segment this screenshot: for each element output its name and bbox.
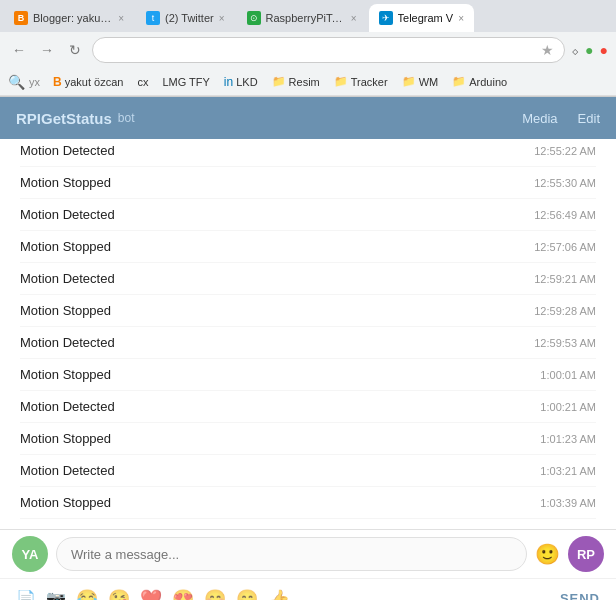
- message-time: 1:00:01 AM: [540, 369, 596, 381]
- bm-blogger-icon: B: [53, 75, 62, 89]
- message-text: Motion Detected: [20, 207, 115, 222]
- bm-icon-google: 🔍: [8, 74, 25, 90]
- message-row: Motion Stopped12:55:30 AM: [20, 167, 596, 199]
- bm-wm[interactable]: 📁 WM: [397, 73, 444, 90]
- message-time: 12:57:06 AM: [534, 241, 596, 253]
- forward-button[interactable]: →: [36, 39, 58, 61]
- emoji-kiss[interactable]: 😘: [108, 588, 130, 601]
- message-row: Motion Detected12:59:21 AM: [20, 263, 596, 295]
- emoji-heart[interactable]: ❤️: [140, 588, 162, 601]
- bm-lmgtfy[interactable]: LMG TFY: [157, 74, 214, 90]
- tab-label-raspberry: RaspberryPiTelegr...: [266, 12, 346, 24]
- bm-wm-icon: 📁: [402, 75, 416, 88]
- back-button[interactable]: ←: [8, 39, 30, 61]
- tab-twitter[interactable]: t (2) Twitter ×: [136, 4, 235, 32]
- message-time: 12:59:28 AM: [534, 305, 596, 317]
- avatar-right: RP: [568, 536, 604, 572]
- bm-arduino[interactable]: 📁 Arduino: [447, 73, 512, 90]
- message-row: Motion Stopped12:57:06 AM: [20, 231, 596, 263]
- message-time: 1:03:21 AM: [540, 465, 596, 477]
- bm-arduino-label: Arduino: [469, 76, 507, 88]
- bm-tracker[interactable]: 📁 Tracker: [329, 73, 393, 90]
- bot-name: RPIGetStatus: [16, 110, 112, 127]
- emoji-laughing[interactable]: 😂: [76, 588, 98, 601]
- bm-lkd-icon: in: [224, 75, 233, 89]
- bot-label: bot: [118, 111, 135, 125]
- message-row: Motion Detected12:56:49 AM: [20, 199, 596, 231]
- file-attach-icon[interactable]: 📄: [16, 589, 36, 600]
- media-button[interactable]: Media: [522, 111, 557, 126]
- message-time: 12:56:49 AM: [534, 209, 596, 221]
- tab-icon-twitter: t: [146, 11, 160, 25]
- tab-close-raspberry[interactable]: ×: [351, 13, 357, 24]
- bm-resim-icon: 📁: [272, 75, 286, 88]
- bm-blogger[interactable]: B yakut özcan: [48, 73, 128, 91]
- message-text: Motion Detected: [20, 271, 115, 286]
- message-input-row: YA 🙂 RP: [0, 530, 616, 578]
- bm-lkd[interactable]: in LKD: [219, 73, 263, 91]
- message-time: 12:59:53 AM: [534, 337, 596, 349]
- bm-resim[interactable]: 📁 Resim: [267, 73, 325, 90]
- message-row: Motion Stopped1:00:01 AM: [20, 359, 596, 391]
- emoji-thumbsup[interactable]: 👍: [268, 588, 290, 601]
- message-text: Motion Stopped: [20, 367, 111, 382]
- message-row: Motion Detected12:59:53 AM: [20, 327, 596, 359]
- message-text: Motion Detected: [20, 463, 115, 478]
- tab-close-blogger[interactable]: ×: [118, 13, 124, 24]
- message-input[interactable]: [56, 537, 527, 571]
- address-bar-row: ← → ↻ ★ ⬦ ● ●: [0, 32, 616, 68]
- camera-icon[interactable]: 📷: [46, 589, 66, 600]
- bm-tracker-icon: 📁: [334, 75, 348, 88]
- bm-cx-label: cx: [137, 76, 148, 88]
- message-row: Motion Detected12:55:22 AM: [20, 139, 596, 167]
- bm-blogger-label: yakut özcan: [65, 76, 124, 88]
- message-row: Motion Detected1:00:21 AM: [20, 391, 596, 423]
- bm-resim-label: Resim: [289, 76, 320, 88]
- avatar-left: YA: [12, 536, 48, 572]
- edit-button[interactable]: Edit: [578, 111, 600, 126]
- message-row: Motion Stopped12:59:28 AM: [20, 295, 596, 327]
- bm-lkd-label: LKD: [236, 76, 257, 88]
- address-input[interactable]: ★: [92, 37, 565, 63]
- bm-wm-label: WM: [419, 76, 439, 88]
- avatar-left-initials: YA: [22, 547, 39, 562]
- tab-raspberry[interactable]: ⊙ RaspberryPiTelegr... ×: [237, 4, 367, 32]
- message-text: Motion Stopped: [20, 175, 111, 190]
- bm-cx[interactable]: cx: [132, 74, 153, 90]
- tab-label-telegram: Telegram V: [398, 12, 454, 24]
- profile-icon[interactable]: ●: [585, 42, 593, 58]
- send-button[interactable]: SEND: [560, 591, 600, 600]
- extensions-icon[interactable]: ⬦: [571, 42, 579, 58]
- telegram-header: RPIGetStatus bot Media Edit: [0, 97, 616, 139]
- browser-chrome: B Blogger: yakut özc... × t (2) Twitter …: [0, 0, 616, 97]
- message-time: 12:59:21 AM: [534, 273, 596, 285]
- message-text: Motion Stopped: [20, 431, 111, 446]
- message-text: Motion Stopped: [20, 239, 111, 254]
- notifications-icon[interactable]: ●: [600, 42, 608, 58]
- message-time: 1:01:23 AM: [540, 433, 596, 445]
- tab-close-twitter[interactable]: ×: [219, 13, 225, 24]
- tab-telegram[interactable]: ✈ Telegram V ×: [369, 4, 474, 32]
- input-area: YA 🙂 RP 📄 📷 😂 😘 ❤️ 😍 😊 😁 👍 SEND: [0, 529, 616, 600]
- emoji-heart-eyes[interactable]: 😍: [172, 588, 194, 601]
- star-icon[interactable]: ★: [541, 42, 554, 58]
- avatar-right-initials: RP: [577, 547, 595, 562]
- message-time: 12:55:30 AM: [534, 177, 596, 189]
- emoji-grin[interactable]: 😁: [236, 588, 258, 601]
- message-time: 1:00:21 AM: [540, 401, 596, 413]
- message-text: Motion Detected: [20, 399, 115, 414]
- bm-tracker-label: Tracker: [351, 76, 388, 88]
- telegram-app: RPIGetStatus bot Media Edit Motion Stopp…: [0, 97, 616, 600]
- tab-blogger[interactable]: B Blogger: yakut özc... ×: [4, 4, 134, 32]
- message-text: Motion Detected: [20, 335, 115, 350]
- tab-label-twitter: (2) Twitter: [165, 12, 214, 24]
- emoji-button[interactable]: 🙂: [535, 542, 560, 566]
- emoji-smile[interactable]: 😊: [204, 588, 226, 601]
- bm-lmgtfy-label: LMG TFY: [162, 76, 209, 88]
- tab-close-telegram[interactable]: ×: [458, 13, 464, 24]
- emoji-bar: 📄 📷 😂 😘 ❤️ 😍 😊 😁 👍 SEND: [0, 578, 616, 600]
- refresh-button[interactable]: ↻: [64, 39, 86, 61]
- bookmarks-bar: 🔍 yx B yakut özcan cx LMG TFY in LKD 📁 R…: [0, 68, 616, 96]
- tab-label-blogger: Blogger: yakut özc...: [33, 12, 113, 24]
- header-actions: Media Edit: [522, 111, 600, 126]
